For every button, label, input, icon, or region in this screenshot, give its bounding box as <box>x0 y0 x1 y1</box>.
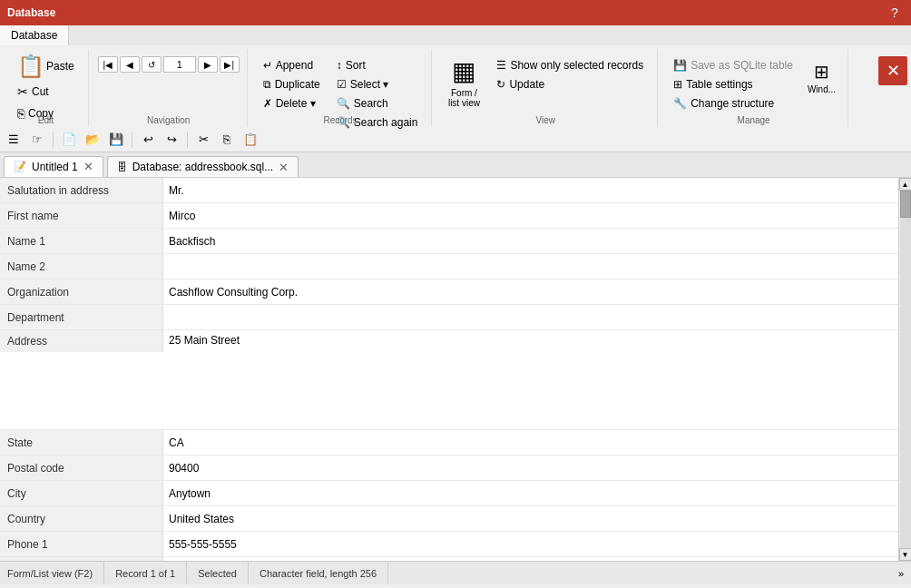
field-label-phone1: Phone 1 <box>0 532 163 556</box>
field-value-salutation[interactable]: Mr. <box>163 178 898 202</box>
field-value-postalcode[interactable]: 90400 <box>163 456 898 480</box>
select-button[interactable]: ☑ Select ▾ <box>330 75 425 93</box>
save-sqlite-button[interactable]: 💾 Save as SQLite table <box>667 56 799 74</box>
view-group-label: View <box>434 115 657 125</box>
toolbar-new-btn[interactable]: 📄 <box>59 130 79 150</box>
manage-group-label: Manage <box>660 115 847 125</box>
field-value-country[interactable]: United States <box>163 506 898 531</box>
tab-addressbook-close[interactable]: ✕ <box>279 162 289 173</box>
nav-forward-button[interactable]: ▶ <box>198 56 218 73</box>
windows-icon: ⊞ <box>814 61 829 83</box>
field-value-name1[interactable]: Backfisch <box>163 229 898 253</box>
nav-prev-button[interactable]: ◀ <box>120 56 140 73</box>
field-row-phone1: Phone 1 555-555-5555 <box>0 532 898 557</box>
title-bar: Database ? <box>0 0 911 25</box>
ribbon-tab-database[interactable]: Database <box>0 25 69 45</box>
form-list-view-button[interactable]: ▦ Form / list view <box>441 53 486 103</box>
append-button[interactable]: ↵ Append <box>257 56 327 74</box>
windows-button[interactable]: ⊞ Wind... <box>803 56 840 99</box>
field-label-salutation: Salutation in address <box>0 178 163 202</box>
field-label-name2: Name 2 <box>0 254 163 279</box>
field-value-firstname[interactable]: Mirco <box>163 203 898 228</box>
field-value-city[interactable]: Anytown <box>163 481 898 505</box>
ribbon-group-edit: 📋 Paste ✂ Cut ⎘ Copy Edit <box>4 49 89 127</box>
show-only-selected-button[interactable]: ☰ Show only selected records <box>490 56 650 74</box>
field-row-state: State CA <box>0 430 898 456</box>
toolbar-open-btn[interactable]: 📂 <box>83 130 103 150</box>
toolbar-redo-btn[interactable]: ↪ <box>162 130 181 150</box>
delete-button[interactable]: ✗ Delete ▾ <box>257 94 327 113</box>
field-row-salutation: Salutation in address Mr. <box>0 178 898 203</box>
nav-back-button[interactable]: ↺ <box>142 56 162 73</box>
field-label-organization: Organization <box>0 279 163 304</box>
field-row-name1: Name 1 Backfisch <box>0 229 898 254</box>
tab-untitled1[interactable]: 📝 Untitled 1 ✕ <box>4 156 103 177</box>
cut-button[interactable]: ✂ Cut <box>11 82 81 102</box>
field-value-name2[interactable] <box>163 254 898 279</box>
manage-col1: 💾 Save as SQLite table ⊞ Table settings … <box>667 53 799 113</box>
table-settings-button[interactable]: ⊞ Table settings <box>667 75 799 93</box>
toolbar-save-btn[interactable]: 💾 <box>106 130 126 150</box>
append-icon: ↵ <box>263 59 272 72</box>
field-label-address: Address <box>0 330 163 352</box>
tab-addressbook[interactable]: 🗄 Database: addressbook.sql... ✕ <box>107 156 299 177</box>
edit-group-label: Edit <box>4 115 88 125</box>
ribbon-group-view: ▦ Form / list view ☰ Show only selected … <box>434 49 658 127</box>
help-button[interactable]: ? <box>886 4 904 22</box>
tab-untitled1-close[interactable]: ✕ <box>83 161 93 172</box>
title-controls: ? <box>886 4 904 22</box>
nav-first-button[interactable]: |◀ <box>98 56 118 73</box>
paste-icon: 📋 <box>17 55 44 77</box>
paste-button[interactable]: 📋 Paste <box>11 53 81 80</box>
vertical-scrollbar[interactable]: ▲ ▼ <box>898 178 911 561</box>
delete-icon: ✗ <box>263 97 272 110</box>
change-structure-button[interactable]: 🔧 Change structure <box>667 94 799 113</box>
field-label-state: State <box>0 430 163 455</box>
nav-next-button[interactable]: ▶| <box>220 56 240 73</box>
search-button[interactable]: 🔍 Search <box>330 94 425 113</box>
status-bar: Form/List view (F2) Record 1 of 1 Select… <box>0 561 911 584</box>
duplicate-button[interactable]: ⧉ Duplicate <box>257 75 327 93</box>
field-label-department: Department <box>0 305 163 329</box>
field-value-address[interactable]: 25 Main Street <box>163 330 898 421</box>
save-sqlite-icon: 💾 <box>673 59 687 72</box>
scroll-thumb[interactable] <box>900 191 911 218</box>
update-icon: ↻ <box>496 78 505 91</box>
field-value-state[interactable]: CA <box>163 430 898 455</box>
toolbar: ☰ ☞ 📄 📂 💾 ↩ ↪ ✂ ⎘ 📋 <box>0 127 911 152</box>
navigation-controls: |◀ ◀ ↺ ▶ ▶| <box>98 49 240 73</box>
toolbar-sep2 <box>132 132 132 148</box>
status-expand-btn[interactable]: » <box>898 568 904 579</box>
status-field-info: Character field, length 256 <box>249 562 388 584</box>
toolbar-cursor-btn[interactable]: ☞ <box>27 130 47 150</box>
toolbar-undo-btn[interactable]: ↩ <box>138 130 158 150</box>
app-title: Database <box>7 6 886 19</box>
nav-group-label: Navigation <box>91 115 247 125</box>
toolbar-sep3 <box>187 132 188 148</box>
field-row-address: Address 25 Main Street <box>0 330 898 430</box>
update-button[interactable]: ↻ Update <box>490 75 650 93</box>
toolbar-copy-btn[interactable]: ⎘ <box>217 130 237 150</box>
scroll-up-button[interactable]: ▲ <box>899 178 912 191</box>
field-value-phone1[interactable]: 555-555-5555 <box>163 532 898 556</box>
toolbar-cut-btn[interactable]: ✂ <box>193 130 213 150</box>
main-content: Salutation in address Mr. First name Mir… <box>0 178 911 561</box>
field-value-organization[interactable]: Cashflow Consulting Corp. <box>163 279 898 304</box>
tab-untitled1-icon: 📝 <box>14 161 26 172</box>
scroll-track[interactable] <box>900 191 911 548</box>
toolbar-menu-btn[interactable]: ☰ <box>4 130 24 150</box>
sort-button[interactable]: ↕ Sort <box>330 56 425 74</box>
field-row-organization: Organization Cashflow Consulting Corp. <box>0 279 898 305</box>
close-button[interactable]: ✕ <box>878 56 907 85</box>
ribbon-group-manage: 💾 Save as SQLite table ⊞ Table settings … <box>660 49 848 127</box>
field-row-city: City Anytown <box>0 481 898 506</box>
toolbar-sep1 <box>53 132 54 148</box>
toolbar-paste-btn[interactable]: 📋 <box>240 130 260 150</box>
tab-untitled1-label: Untitled 1 <box>32 161 78 173</box>
status-selected: Selected <box>187 562 249 584</box>
change-structure-icon: 🔧 <box>673 97 687 110</box>
field-value-department[interactable] <box>163 305 898 329</box>
record-number-input[interactable] <box>163 56 196 73</box>
edit-buttons: 📋 Paste ✂ Cut ⎘ Copy <box>11 49 81 125</box>
scroll-down-button[interactable]: ▼ <box>899 548 912 561</box>
